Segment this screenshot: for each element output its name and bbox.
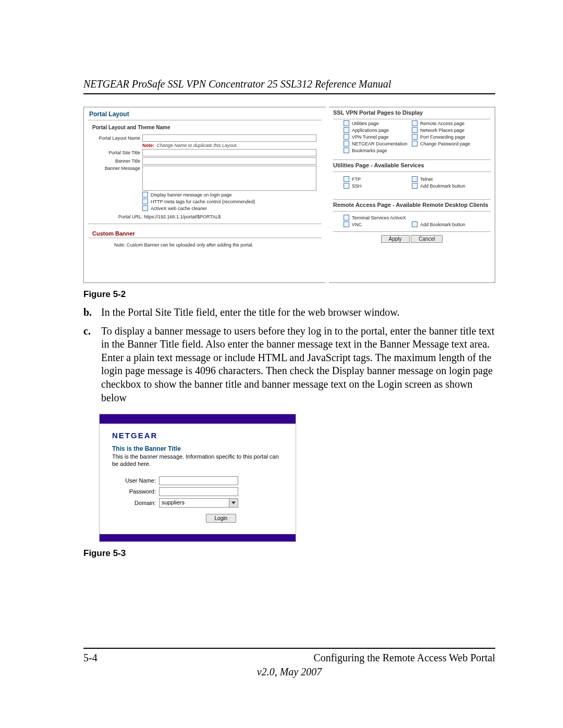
- ftp-checkbox[interactable]: [344, 176, 349, 182]
- add-bookmark-ra-checkbox[interactable]: [412, 221, 418, 227]
- custom-banner-note: Note: Custom Banner can be uploaded only…: [84, 240, 326, 251]
- telnet-label: Telnet: [420, 177, 433, 182]
- banner-msg-label: Banner Message: [84, 166, 142, 171]
- item-c-marker: c.: [83, 325, 101, 405]
- ssh-label: SSH: [352, 183, 362, 189]
- item-b-marker: b.: [83, 306, 101, 319]
- remote-access-label: Remote Access page: [420, 121, 464, 126]
- layout-name-input[interactable]: [142, 134, 316, 142]
- banner-msg-textarea[interactable]: [142, 166, 316, 191]
- netgear-doc-label: NETGEAR Documentation: [352, 141, 408, 146]
- portal-layout-title: Portal Layout: [84, 107, 326, 120]
- change-password-label: Change Password page: [420, 141, 470, 146]
- layout-theme-subheader: Portal Layout and Theme Name: [84, 122, 326, 134]
- activex-label: ActiveX web cache cleaner: [151, 206, 207, 211]
- remote-clients-title: Remote Access Page - Available Remote De…: [329, 200, 495, 210]
- terminal-services-checkbox[interactable]: [344, 215, 349, 220]
- add-bookmark-util-label: Add Bookmark button: [420, 183, 466, 189]
- bookmarks-page-checkbox[interactable]: [344, 147, 349, 153]
- applications-page-checkbox[interactable]: [344, 127, 349, 133]
- utilities-page-checkbox[interactable]: [344, 120, 349, 126]
- password-input[interactable]: [159, 487, 238, 496]
- http-meta-label: HTTP meta tags for cache control (recomm…: [151, 199, 255, 204]
- port-forwarding-label: Port Forwarding page: [420, 134, 466, 140]
- figure-5-3: NETGEAR This is the Banner Title This is…: [99, 414, 296, 542]
- username-input[interactable]: [159, 476, 238, 485]
- login-bottombar: [100, 534, 296, 541]
- domain-select-value: suppliers: [159, 498, 229, 508]
- pages-title: SSL VPN Portal Pages to Display: [329, 107, 495, 118]
- section-title: Configuring the Remote Access Web Portal: [313, 652, 495, 664]
- login-banner-title: This is the Banner Title: [100, 444, 296, 453]
- bookmarks-page-label: Bookmarks page: [352, 148, 387, 153]
- login-topbar: [100, 414, 296, 424]
- layout-note: Note: Change Name to duplicate this Layo…: [84, 143, 326, 148]
- figure-5-2: Portal Layout Portal Layout and Theme Na…: [83, 107, 495, 283]
- login-banner-msg: This is the banner message. Information …: [100, 453, 296, 473]
- port-forwarding-checkbox[interactable]: [412, 134, 418, 140]
- username-label: User Name:: [112, 477, 159, 484]
- applications-page-label: Applications page: [352, 128, 389, 133]
- login-button[interactable]: Login: [206, 514, 236, 523]
- banner-title-label: Banner Title: [84, 158, 142, 164]
- item-b-text: In the Portal Site Title field, enter th…: [101, 306, 495, 319]
- page-number: 5-4: [83, 652, 97, 664]
- ftp-label: FTP: [352, 177, 361, 182]
- doc-version: v2.0, May 2007: [83, 666, 495, 678]
- running-header: NETGEAR ProSafe SSL VPN Concentrator 25 …: [83, 78, 495, 90]
- terminal-services-label: Terminal Services ActiveX: [352, 215, 406, 220]
- telnet-checkbox[interactable]: [412, 176, 418, 182]
- custom-banner-title: Custom Banner: [84, 226, 326, 238]
- item-c-text: To display a banner message to users bef…: [101, 325, 495, 405]
- layout-name-label: Portal Layout Name: [84, 135, 142, 141]
- ssh-checkbox[interactable]: [344, 183, 349, 189]
- vpn-tunnel-checkbox[interactable]: [344, 134, 349, 140]
- site-title-label: Portal Site Title: [84, 150, 142, 155]
- portal-url: Portal URL: https://192.168.1.1/portal/$…: [84, 211, 326, 219]
- remote-access-checkbox[interactable]: [412, 120, 418, 126]
- vnc-label: VNC: [352, 222, 362, 227]
- add-bookmark-ra-label: Add Bookmark button: [420, 222, 466, 227]
- domain-select[interactable]: suppliers: [159, 498, 238, 508]
- domain-label: Domain:: [112, 500, 159, 506]
- vpn-tunnel-label: VPN Tunnel page: [352, 134, 389, 140]
- portal-layout-panel: Portal Layout Portal Layout and Theme Na…: [83, 107, 326, 283]
- portal-pages-panel: SSL VPN Portal Pages to Display Utilitie…: [329, 107, 495, 283]
- site-title-input[interactable]: [142, 149, 316, 156]
- apply-button[interactable]: Apply: [381, 235, 410, 243]
- network-places-checkbox[interactable]: [412, 127, 418, 133]
- add-bookmark-util-checkbox[interactable]: [412, 183, 418, 189]
- network-places-label: Network Places page: [420, 128, 464, 133]
- display-banner-label: Display banner message on login page: [151, 192, 232, 198]
- cancel-button[interactable]: Cancel: [411, 235, 443, 243]
- http-meta-checkbox[interactable]: [142, 199, 148, 204]
- vnc-checkbox[interactable]: [344, 221, 349, 227]
- chevron-down-icon[interactable]: [229, 498, 238, 508]
- figure-5-3-caption: Figure 5-3: [83, 548, 495, 559]
- figure-5-2-caption: Figure 5-2: [83, 289, 495, 300]
- change-password-checkbox[interactable]: [412, 141, 418, 146]
- activex-checkbox[interactable]: [142, 205, 148, 211]
- utilities-title: Utilities Page - Available Services: [329, 160, 495, 170]
- utilities-page-label: Utilities page: [352, 121, 379, 126]
- netgear-logo: NETGEAR: [100, 424, 296, 444]
- display-banner-checkbox[interactable]: [142, 192, 148, 198]
- footer-rule: [83, 648, 495, 649]
- netgear-doc-checkbox[interactable]: [344, 141, 349, 146]
- banner-title-input[interactable]: [142, 157, 316, 165]
- password-label: Password:: [112, 488, 159, 495]
